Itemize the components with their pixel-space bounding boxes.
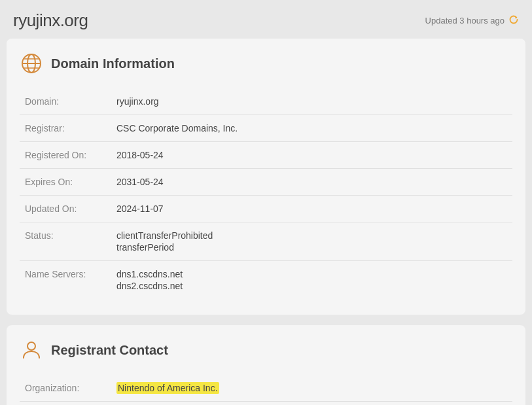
organization-label: Organization: <box>20 375 111 402</box>
registrar-label: Registrar: <box>20 115 111 142</box>
table-row: Domain: ryujinx.org <box>20 88 512 115</box>
organization-highlight: Nintendo of America Inc. <box>116 382 219 394</box>
nameserver-1: dns1.cscdns.net <box>116 269 507 279</box>
status-value: clientTransferProhibited transferPeriod <box>111 222 512 261</box>
page-header: ryujinx.org Updated 3 hours ago <box>0 0 532 39</box>
domain-value: ryujinx.org <box>111 88 512 115</box>
person-icon <box>20 338 43 362</box>
table-row: Updated On: 2024-11-07 <box>20 196 512 222</box>
domain-section-title: Domain Information <box>51 56 175 71</box>
globe-icon <box>20 52 43 75</box>
registrant-section-title: Registrant Contact <box>51 343 168 358</box>
status-label: Status: <box>20 222 111 261</box>
updated-on-value: 2024-11-07 <box>111 196 512 222</box>
nameservers-value: dns1.cscdns.net dns2.cscdns.net <box>111 261 512 300</box>
updated-label: Updated 3 hours ago <box>425 16 505 26</box>
table-row: Organization: Nintendo of America Inc. <box>20 375 512 402</box>
registered-on-value: 2018-05-24 <box>111 142 512 169</box>
table-row: Registered On: 2018-05-24 <box>20 142 512 169</box>
registrar-value: CSC Corporate Domains, Inc. <box>111 115 512 142</box>
svg-point-5 <box>27 342 35 350</box>
registrant-section-header: Registrant Contact <box>20 338 512 362</box>
table-row: Status: clientTransferProhibited transfe… <box>20 222 512 261</box>
updated-info: Updated 3 hours ago <box>425 14 519 27</box>
table-row: State: WA <box>20 402 512 406</box>
nameserver-2: dns2.cscdns.net <box>116 281 507 291</box>
registrant-contact-card: Registrant Contact Organization: Nintend… <box>7 325 525 405</box>
domain-info-card: Domain Information Domain: ryujinx.org R… <box>7 39 525 315</box>
table-row: Expires On: 2031-05-24 <box>20 169 512 196</box>
registered-on-label: Registered On: <box>20 142 111 169</box>
table-row: Registrar: CSC Corporate Domains, Inc. <box>20 115 512 142</box>
table-row: Name Servers: dns1.cscdns.net dns2.cscdn… <box>20 261 512 300</box>
site-title: ryujinx.org <box>13 10 88 31</box>
page-wrapper: ryujinx.org Updated 3 hours ago Domain I… <box>0 0 532 405</box>
domain-info-table: Domain: ryujinx.org Registrar: CSC Corpo… <box>20 88 512 299</box>
expires-on-value: 2031-05-24 <box>111 169 512 196</box>
state-label: State: <box>20 402 111 406</box>
registrant-info-table: Organization: Nintendo of America Inc. S… <box>20 375 512 405</box>
organization-value: Nintendo of America Inc. <box>111 375 512 402</box>
domain-section-header: Domain Information <box>20 52 512 75</box>
nameservers-label: Name Servers: <box>20 261 111 300</box>
domain-label: Domain: <box>20 88 111 115</box>
status-value-2: transferPeriod <box>116 242 507 253</box>
updated-on-label: Updated On: <box>20 196 111 222</box>
status-value-1: clientTransferProhibited <box>116 230 507 241</box>
refresh-icon[interactable] <box>508 14 519 27</box>
expires-on-label: Expires On: <box>20 169 111 196</box>
state-value: WA <box>111 402 512 406</box>
